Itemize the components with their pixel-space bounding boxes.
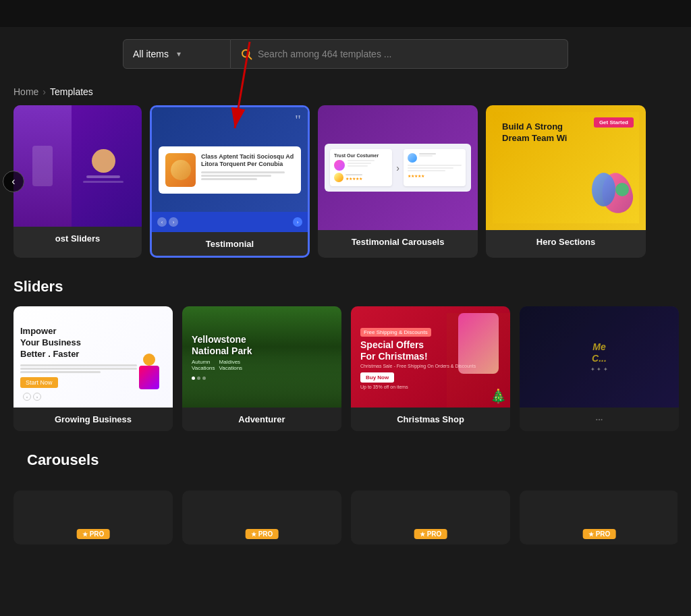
- carousel-card-2[interactable]: ★ PRO: [182, 491, 341, 544]
- top-bar: [0, 0, 691, 27]
- christmas-shop-label: Christmas Shop: [351, 408, 510, 431]
- search-input[interactable]: [258, 49, 558, 59]
- post-sliders-label: ost Sliders: [13, 227, 142, 250]
- testimonial-carousels-label: Testimonial Carousels: [318, 230, 478, 254]
- prev-nav-button[interactable]: ‹: [3, 171, 24, 192]
- search-icon: [240, 48, 252, 60]
- testimonial-label: Testimonial: [152, 232, 308, 256]
- search-area: All items ▾: [0, 27, 691, 81]
- featured-cards: ost Sliders " Class Aptent Taciti Socios…: [13, 105, 678, 258]
- featured-row: ‹: [0, 105, 691, 258]
- carousels-section-title: Carousels: [13, 451, 678, 480]
- featured-card-post-sliders[interactable]: ost Sliders: [13, 105, 142, 258]
- pro-star-icon-2: ★: [251, 531, 256, 538]
- filter-dropdown[interactable]: All items ▾: [123, 39, 231, 69]
- pro-badge-2: ★ PRO: [246, 529, 279, 539]
- filter-label: All items: [133, 49, 169, 59]
- merry-christmas-label: ···: [520, 408, 679, 431]
- carousel-card-1[interactable]: ★ PRO: [13, 491, 173, 544]
- featured-card-hero-sections[interactable]: Get Started Build A Strong Dream Team Wi…: [486, 105, 646, 258]
- featured-card-testimonial[interactable]: " Class Aptent Taciti Sociosqu Ad Litora…: [150, 105, 310, 258]
- sliders-grid: ImpowerYour BusinessBetter . Faster Star…: [0, 306, 691, 431]
- breadcrumb-separator: ›: [43, 86, 46, 97]
- slider-card-adventurer[interactable]: YellowstoneNational Park AutumnVacations…: [182, 306, 341, 431]
- carousels-grid: ★ PRO ★ PRO ★ PRO ★ PRO: [13, 491, 678, 544]
- slider-card-merry-christmas[interactable]: MeC... ✦ ✦ ✦ ···: [520, 306, 679, 431]
- carousel-card-4[interactable]: ★ PRO: [520, 491, 678, 544]
- carousels-section: Carousels ★ PRO ★ PRO ★ PRO: [0, 451, 691, 544]
- breadcrumb-home[interactable]: Home: [13, 86, 38, 97]
- pro-badge-3: ★ PRO: [414, 529, 447, 539]
- carousel-card-3[interactable]: ★ PRO: [351, 491, 510, 544]
- adventurer-label: Adventurer: [182, 408, 341, 431]
- growing-business-label: Growing Business: [13, 408, 173, 431]
- featured-card-testimonial-carousels[interactable]: Trust Our Costumer: [318, 105, 478, 258]
- pro-badge-4: ★ PRO: [583, 529, 616, 539]
- breadcrumb-current: Templates: [50, 86, 93, 97]
- pro-badge-1: ★ PRO: [77, 529, 110, 539]
- hero-sections-label: Hero Sections: [486, 230, 646, 254]
- pro-star-icon-4: ★: [588, 531, 594, 538]
- slider-card-christmas-shop[interactable]: Free Shipping & Discounts Special Offers…: [351, 306, 510, 431]
- chevron-down-icon: ▾: [177, 49, 181, 59]
- pro-star-icon: ★: [82, 531, 88, 538]
- slider-card-growing-business[interactable]: ImpowerYour BusinessBetter . Faster Star…: [13, 306, 173, 431]
- breadcrumb: Home › Templates: [0, 81, 691, 105]
- svg-line-3: [248, 56, 251, 59]
- pro-star-icon-3: ★: [420, 531, 425, 538]
- sliders-section-title: Sliders: [0, 278, 691, 306]
- search-input-wrapper: [231, 39, 568, 69]
